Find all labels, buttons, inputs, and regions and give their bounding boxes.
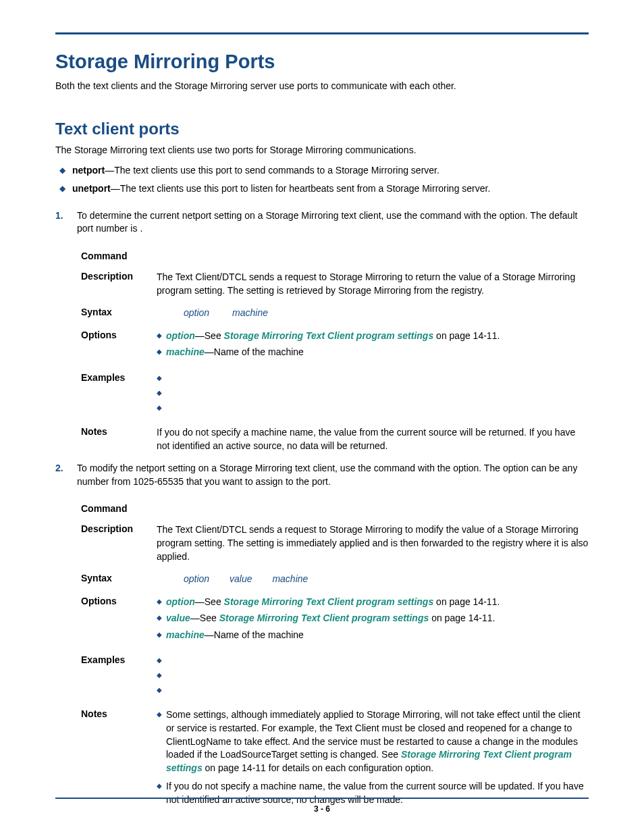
table-row: Examples ◆ ◆ ◆ — [81, 654, 589, 699]
list-item: ◆ option—See Storage Mirroring Text Clie… — [157, 330, 589, 343]
syntax-text: option value machine — [157, 573, 589, 586]
description-text: The Text Client/DTCL sends a request to … — [157, 523, 589, 563]
label-options: Options — [81, 596, 157, 646]
diamond-icon: ◆ — [157, 402, 162, 413]
step-number: 2. — [55, 462, 77, 488]
label-command: Command — [81, 251, 157, 261]
options-list: ◆ option—See Storage Mirroring Text Clie… — [157, 330, 589, 363]
subintro-paragraph: The Storage Mirroring text clients use t… — [55, 144, 589, 157]
label-options: Options — [81, 330, 157, 363]
list-item: ◆ unetport—The text clients use this por… — [55, 182, 589, 196]
diamond-icon: ◆ — [157, 669, 162, 681]
command-table-2: Command Description The Text Client/DTCL… — [81, 503, 589, 810]
label-examples: Examples — [81, 372, 157, 417]
port-bullet-list: ◆ netport—The text clients use this port… — [55, 163, 589, 196]
table-row: Notes ◆ Some settings, although immediat… — [81, 708, 589, 810]
cross-ref-link[interactable]: Storage Mirroring Text Client program se… — [224, 596, 434, 607]
table-row: Notes If you do not specify a machine na… — [81, 426, 589, 452]
command-table-1: Command Description The Text Client/DTCL… — [81, 251, 589, 452]
diamond-icon: ◆ — [157, 780, 162, 806]
options-list: ◆ option—See Storage Mirroring Text Clie… — [157, 596, 589, 646]
notes-list: ◆ Some settings, although immediately ap… — [157, 708, 589, 810]
diamond-icon: ◆ — [157, 387, 162, 398]
label-syntax: Syntax — [81, 307, 157, 320]
label-description: Description — [81, 523, 157, 563]
diamond-icon: ◆ — [157, 612, 162, 625]
step-2: 2. To modify the netport setting on a St… — [55, 462, 589, 488]
bullet-text: netport—The text clients use this port t… — [72, 163, 439, 178]
heading-1: Storage Mirroring Ports — [55, 51, 589, 73]
description-text: The Text Client/DTCL sends a request to … — [157, 271, 589, 297]
cross-ref-link[interactable]: Storage Mirroring Text Client program se… — [224, 330, 434, 341]
list-item: ◆ — [157, 372, 589, 384]
diamond-icon: ◆ — [157, 330, 162, 343]
step-number: 1. — [55, 209, 77, 236]
diamond-icon: ◆ — [157, 654, 162, 666]
table-row: Syntax option machine — [81, 307, 589, 320]
intro-paragraph: Both the text clients and the Storage Mi… — [55, 80, 589, 93]
table-row: Description The Text Client/DTCL sends a… — [81, 523, 589, 563]
table-row: Examples ◆ ◆ ◆ — [81, 372, 589, 417]
diamond-icon: ◆ — [157, 684, 162, 696]
diamond-icon: ◆ — [157, 708, 162, 775]
list-item: ◆ — [157, 669, 589, 681]
list-item: ◆ netport—The text clients use this port… — [55, 163, 589, 178]
step-text: To modify the netport setting on a Stora… — [77, 462, 589, 488]
list-item: ◆ option—See Storage Mirroring Text Clie… — [157, 596, 589, 609]
diamond-icon: ◆ — [157, 372, 162, 384]
list-item: ◆ — [157, 402, 589, 413]
cross-ref-link[interactable]: Storage Mirroring Text Client program se… — [219, 613, 429, 623]
syntax-text: option machine — [157, 307, 589, 320]
table-row: Options ◆ option—See Storage Mirroring T… — [81, 596, 589, 646]
diamond-icon: ◆ — [157, 629, 162, 642]
examples-list: ◆ ◆ ◆ — [157, 372, 589, 417]
diamond-icon: ◆ — [157, 596, 162, 609]
heading-2: Text client ports — [55, 120, 589, 138]
label-notes: Notes — [81, 426, 157, 452]
list-item: ◆ machine—Name of the machine — [157, 629, 589, 642]
examples-list: ◆ ◆ ◆ — [157, 654, 589, 699]
label-examples: Examples — [81, 654, 157, 699]
list-item: ◆ If you do not specify a machine name, … — [157, 780, 589, 806]
list-item: ◆ Some settings, although immediately ap… — [157, 708, 589, 775]
table-row: Syntax option value machine — [81, 573, 589, 586]
list-item: ◆ machine—Name of the machine — [157, 346, 589, 359]
page-number: 3 - 6 — [0, 804, 644, 814]
list-item: ◆ — [157, 684, 589, 696]
table-row: Command — [81, 503, 589, 514]
diamond-icon: ◆ — [59, 163, 65, 178]
bottom-rule — [55, 798, 589, 799]
list-item: ◆ — [157, 387, 589, 398]
label-notes: Notes — [81, 708, 157, 810]
table-row: Command — [81, 251, 589, 261]
diamond-icon: ◆ — [157, 346, 162, 359]
label-description: Description — [81, 271, 157, 297]
top-rule — [55, 32, 589, 34]
notes-text: If you do not specify a machine name, th… — [157, 426, 589, 452]
step-1: 1. To determine the current netport sett… — [55, 209, 589, 236]
bullet-text: unetport—The text clients use this port … — [72, 182, 490, 196]
table-row: Options ◆ option—See Storage Mirroring T… — [81, 330, 589, 363]
step-text: To determine the current netport setting… — [77, 209, 589, 236]
list-item: ◆ value—See Storage Mirroring Text Clien… — [157, 612, 589, 625]
diamond-icon: ◆ — [59, 182, 65, 196]
label-command: Command — [81, 503, 157, 514]
list-item: ◆ — [157, 654, 589, 666]
label-syntax: Syntax — [81, 573, 157, 586]
document-page: Storage Mirroring Ports Both the text cl… — [0, 0, 644, 834]
table-row: Description The Text Client/DTCL sends a… — [81, 271, 589, 297]
